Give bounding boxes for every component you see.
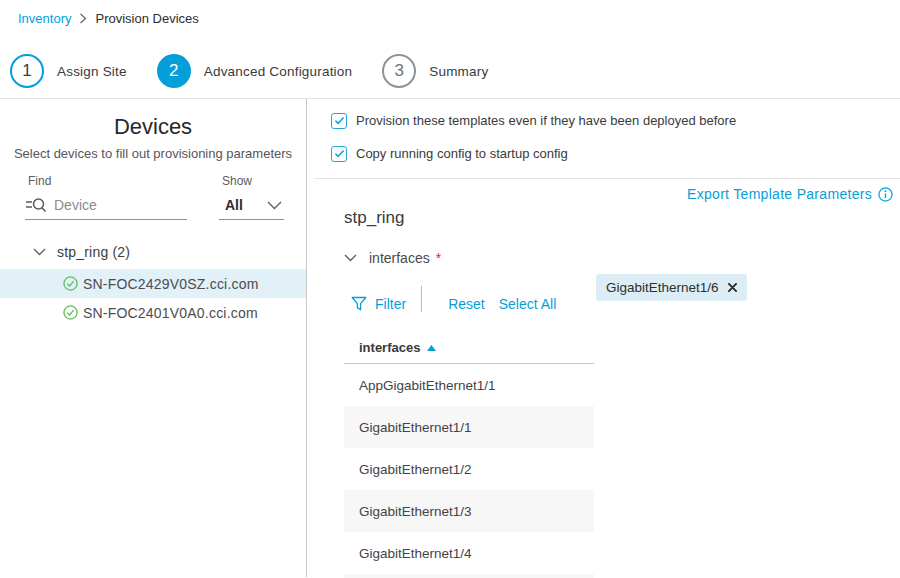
- show-label: Show: [219, 174, 284, 188]
- step-advanced-configuration[interactable]: 2 Advanced Configuration: [157, 54, 383, 88]
- device-list: SN-FOC2429V0SZ.cci.com SN-FOC2401V0A0.cc…: [0, 269, 306, 327]
- step-3-circle: 3: [382, 54, 416, 88]
- device-group-toggle[interactable]: stp_ring (2): [33, 243, 306, 260]
- find-device-input[interactable]: [54, 197, 187, 213]
- required-asterisk: *: [436, 250, 441, 266]
- chevron-down-icon: [344, 254, 357, 262]
- table-row-partial[interactable]: [344, 574, 594, 578]
- step-1-circle: 1: [10, 54, 44, 88]
- find-label: Find: [25, 174, 187, 188]
- filter-button[interactable]: Filter: [344, 296, 406, 312]
- copy-running-config-option: Copy running config to startup config: [331, 145, 900, 162]
- find-field: Find: [25, 174, 187, 220]
- interfaces-table: interfaces AppGigabitEthernet1/1 Gigabit…: [344, 332, 594, 578]
- provision-templates-checkbox[interactable]: [331, 113, 347, 129]
- table-row[interactable]: GigabitEthernet1/2: [344, 448, 594, 490]
- breadcrumb: Inventory Provision Devices: [0, 0, 900, 27]
- breadcrumb-current: Provision Devices: [95, 11, 198, 26]
- check-circle-icon: [63, 276, 78, 291]
- funnel-icon: [351, 296, 367, 312]
- toolbar-divider: [421, 286, 422, 312]
- show-select[interactable]: All: [219, 191, 284, 220]
- sort-asc-icon: [427, 345, 436, 351]
- interfaces-section-label: interfaces: [369, 250, 430, 266]
- device-name: SN-FOC2429V0SZ.cci.com: [83, 276, 259, 292]
- table-row[interactable]: AppGigabitEthernet1/1: [344, 364, 594, 406]
- advanced-configuration-panel: Provision these templates even if they h…: [307, 99, 900, 577]
- export-template-parameters-label: Export Template Parameters: [687, 186, 872, 202]
- step-2-circle: 2: [157, 54, 191, 88]
- selected-interface-chip-label: GigabitEthernet1/6: [606, 280, 719, 295]
- chevron-down-icon: [267, 201, 282, 210]
- chevron-down-icon: [33, 248, 46, 256]
- step-2-number: 2: [169, 61, 178, 81]
- interfaces-section-toggle[interactable]: interfaces *: [344, 250, 900, 266]
- interfaces-column-header[interactable]: interfaces: [344, 332, 594, 364]
- device-filters: Find Show: [25, 174, 284, 220]
- step-summary[interactable]: 3 Summary: [382, 54, 518, 88]
- table-row[interactable]: GigabitEthernet1/1: [344, 406, 594, 448]
- template-name: stp_ring: [344, 208, 900, 228]
- step-assign-site[interactable]: 1 Assign Site: [10, 54, 157, 88]
- provision-templates-label: Provision these templates even if they h…: [356, 113, 736, 128]
- section-divider: [314, 178, 900, 179]
- device-group-label: stp_ring (2): [57, 244, 130, 260]
- reset-button[interactable]: Reset: [448, 296, 485, 312]
- close-icon[interactable]: [728, 283, 737, 292]
- copy-running-config-checkbox[interactable]: [331, 146, 347, 162]
- step-3-label: Summary: [429, 64, 488, 79]
- table-row[interactable]: GigabitEthernet1/3: [344, 490, 594, 532]
- step-2-label: Advanced Configuration: [204, 64, 353, 79]
- devices-subtitle: Select devices to fill out provisioning …: [0, 146, 306, 161]
- interfaces-column-label: interfaces: [359, 340, 420, 355]
- wizard-steps: 1 Assign Site 2 Advanced Configuration 3…: [10, 54, 900, 88]
- show-select-value: All: [225, 197, 243, 213]
- devices-title: Devices: [0, 114, 306, 140]
- device-row[interactable]: SN-FOC2401V0A0.cci.com: [0, 298, 306, 327]
- check-circle-icon: [63, 305, 78, 320]
- step-3-number: 3: [395, 61, 404, 81]
- step-1-label: Assign Site: [57, 64, 127, 79]
- device-row-selected[interactable]: SN-FOC2429V0SZ.cci.com: [0, 269, 306, 298]
- provision-templates-option: Provision these templates even if they h…: [331, 112, 900, 129]
- chevron-right-icon: [79, 13, 87, 24]
- breadcrumb-inventory-link[interactable]: Inventory: [18, 11, 71, 26]
- provision-devices-page: Inventory Provision Devices 1 Assign Sit…: [0, 0, 900, 577]
- info-icon[interactable]: [878, 187, 893, 202]
- show-field: Show All: [219, 174, 284, 220]
- copy-running-config-label: Copy running config to startup config: [356, 146, 568, 161]
- table-row[interactable]: GigabitEthernet1/4: [344, 532, 594, 574]
- filter-label: Filter: [375, 296, 406, 312]
- devices-sidebar: Devices Select devices to fill out provi…: [0, 99, 307, 577]
- filter-search-icon: [25, 197, 47, 214]
- selected-interface-chip: GigabitEthernet1/6: [596, 274, 747, 301]
- device-name: SN-FOC2401V0A0.cci.com: [83, 305, 258, 321]
- step-1-number: 1: [22, 61, 31, 81]
- export-template-parameters-link[interactable]: Export Template Parameters: [687, 186, 893, 202]
- select-all-button[interactable]: Select All: [499, 296, 557, 312]
